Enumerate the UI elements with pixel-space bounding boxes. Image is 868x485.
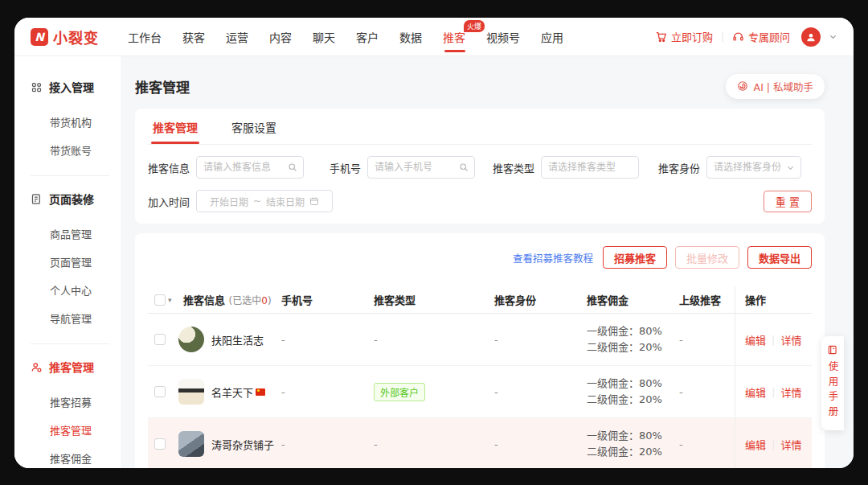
filter-phone-label: 手机号 <box>330 160 361 175</box>
commission-l1: 一级佣金：80% <box>587 323 674 339</box>
tuike-type-input[interactable] <box>542 157 638 178</box>
nav-item-tuike[interactable]: 推客 火爆 <box>443 18 465 55</box>
sidebar-section-decoration[interactable]: 页面装修 <box>31 191 121 207</box>
page-icon <box>31 193 43 205</box>
identity-value: - <box>489 438 582 450</box>
recruit-tutorial-link[interactable]: 查看招募推客教程 <box>513 250 593 265</box>
table-row: 涛哥杂货铺子 - - - 一级佣金：80% 二级佣金：20% - 编辑 | 详情 <box>148 418 812 468</box>
search-icon <box>288 162 297 172</box>
detail-link[interactable]: 详情 <box>780 437 801 452</box>
batch-edit-button[interactable]: 批量修改 <box>675 246 739 269</box>
recruit-tuike-button[interactable]: 招募推客 <box>603 246 667 269</box>
row-checkbox[interactable] <box>154 334 166 345</box>
sidebar-item-personal-center[interactable]: 个人中心 <box>50 276 121 304</box>
tab-bar: 推客管理 客服设置 <box>148 109 812 145</box>
selected-count: 0 <box>261 295 268 306</box>
nav-item-customers[interactable]: 客户 <box>356 18 379 55</box>
tuike-name: 名羊天下 <box>211 384 253 400</box>
tuike-name: 扶阳生活志 <box>211 332 264 347</box>
phone-value: - <box>276 438 369 450</box>
sidebar-item-nav-mgmt[interactable]: 导航管理 <box>50 304 121 332</box>
sidebar-section-access[interactable]: 接入管理 <box>31 79 121 95</box>
col-header-upline: 上级推客 <box>674 292 735 307</box>
commission-l1: 一级佣金：80% <box>587 376 674 392</box>
upline-value: - <box>674 438 735 450</box>
avatar <box>178 379 204 405</box>
col-header-identity: 推客身份 <box>489 292 582 307</box>
table-row: 扶阳生活志 - - - 一级佣金：80% 二级佣金：20% - 编辑 | 详情 <box>148 314 812 366</box>
ai-assistant-button[interactable]: AI | 私域助手 <box>726 74 825 99</box>
nav-item-chat[interactable]: 聊天 <box>313 18 335 55</box>
external-customer-badge: 外部客户 <box>374 383 425 401</box>
ai-spiral-icon <box>737 80 749 92</box>
sidebar-section-tuike-mgmt[interactable]: 推客管理 <box>31 359 121 375</box>
filter-info-label: 推客信息 <box>148 160 190 175</box>
filter-identity-label: 推客身份 <box>658 160 700 175</box>
chevron-down-icon[interactable] <box>829 32 837 41</box>
grid-icon <box>31 81 43 93</box>
edit-link[interactable]: 编辑 <box>745 437 766 452</box>
sidebar-item-daihuo-zhanghao[interactable]: 带货账号 <box>50 136 121 164</box>
nav-item-acquire[interactable]: 获客 <box>182 18 205 55</box>
tab-service-settings[interactable]: 客服设置 <box>230 109 278 144</box>
detail-link[interactable]: 详情 <box>780 384 801 400</box>
sidebar-item-tuike-mgmt[interactable]: 推客管理 <box>50 416 121 444</box>
date-range-picker[interactable]: 开始日期 ~ 结束日期 <box>196 190 333 212</box>
edit-link[interactable]: 编辑 <box>745 332 766 347</box>
detail-link[interactable]: 详情 <box>780 332 801 347</box>
ai-assistant-label: AI | 私域助手 <box>754 79 813 94</box>
nav-item-content[interactable]: 内容 <box>269 18 292 55</box>
hot-badge: 火爆 <box>464 20 485 32</box>
nav-item-workbench[interactable]: 工作台 <box>128 18 162 55</box>
op-separator: | <box>772 438 775 450</box>
op-separator: | <box>772 334 775 346</box>
active-tab-underline <box>444 50 465 52</box>
select-dropdown-caret[interactable]: ▾ <box>168 296 172 304</box>
commission-value: 一级佣金：80% 二级佣金：20% <box>582 323 674 356</box>
upline-value: - <box>674 386 735 398</box>
sidebar-section-access-label: 接入管理 <box>49 79 94 95</box>
select-all-checkbox[interactable] <box>154 294 166 306</box>
top-nav-right: 立即订购 | 专属顾问 <box>655 27 837 47</box>
sidebar-section-tuike-mgmt-label: 推客管理 <box>49 359 94 375</box>
col-header-commission: 推客佣金 <box>582 292 674 307</box>
reset-button[interactable]: 重 置 <box>764 191 812 212</box>
identity-value: - <box>489 334 582 346</box>
brand-logo-icon: N <box>31 28 48 46</box>
brand-logo[interactable]: N 小裂变 <box>31 27 99 47</box>
commission-l2: 二级佣金：20% <box>587 392 674 408</box>
user-manual-tab[interactable]: 使用手册 <box>821 336 844 430</box>
sidebar-item-product-mgmt[interactable]: 商品管理 <box>50 220 121 248</box>
identity-value: - <box>489 386 582 398</box>
data-export-button[interactable]: 数据导出 <box>747 246 812 269</box>
nav-item-data[interactable]: 数据 <box>399 18 422 55</box>
advisor-link[interactable]: 专属顾问 <box>732 29 790 44</box>
row-checkbox[interactable] <box>154 386 166 397</box>
app-window: N 小裂变 工作台 获客 运营 内容 聊天 客户 数据 推客 火爆 视频号 应用 <box>14 18 854 468</box>
sidebar-item-daihuo-jigou[interactable]: 带货机构 <box>50 108 121 136</box>
search-icon <box>459 162 469 172</box>
sidebar-divider <box>31 343 109 344</box>
nav-item-operations[interactable]: 运营 <box>226 18 248 55</box>
filter-join-time-label: 加入时间 <box>148 194 190 209</box>
user-gear-icon <box>31 361 43 373</box>
commission-l2: 二级佣金：20% <box>587 444 674 460</box>
edit-link[interactable]: 编辑 <box>745 384 766 400</box>
sidebar-item-page-mgmt[interactable]: 页面管理 <box>50 248 121 276</box>
tuike-table: ▾ 推客信息 (已选中0) 手机号 推客类型 推客身份 推客佣金 上级推客 操作 <box>148 286 812 468</box>
row-checkbox[interactable] <box>154 438 166 450</box>
sidebar-item-tuike-recruit[interactable]: 推客招募 <box>50 388 121 416</box>
sidebar-item-tuike-commission[interactable]: 推客佣金 <box>50 444 121 468</box>
order-now-label: 立即订购 <box>671 29 713 44</box>
type-value: - <box>369 438 489 450</box>
tab-tuike-mgmt[interactable]: 推客管理 <box>151 109 199 144</box>
nav-item-video[interactable]: 视频号 <box>486 18 520 55</box>
date-end-placeholder: 结束日期 <box>266 195 305 208</box>
cart-icon <box>655 31 667 43</box>
order-now-link[interactable]: 立即订购 <box>655 29 713 44</box>
main-content: 推客管理 AI | 私域助手 推客管理 客服设置 推客信息 <box>121 56 854 468</box>
user-avatar[interactable] <box>801 27 821 47</box>
nav-item-apps[interactable]: 应用 <box>541 18 563 55</box>
chevron-down-icon <box>786 163 795 172</box>
top-nav-items: 工作台 获客 运营 内容 聊天 客户 数据 推客 火爆 视频号 应用 <box>128 18 563 55</box>
